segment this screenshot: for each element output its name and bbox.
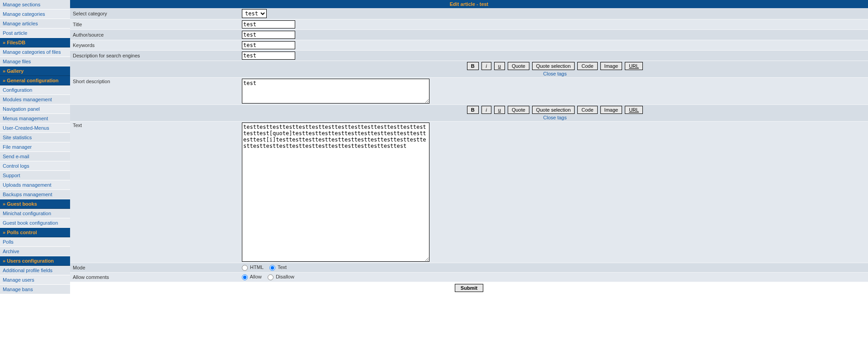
sidebar-header: » FilesDB [0, 38, 70, 47]
sidebar-item[interactable]: User-Created-Menus [0, 123, 70, 133]
label-comments: Allow comments [70, 273, 242, 281]
label-keywords: Keywords [70, 42, 242, 49]
sidebar-item[interactable]: Uploads management [0, 180, 70, 190]
sidebar-header: » Users configuration [0, 256, 70, 266]
sidebar-item[interactable]: Guest book configuration [0, 218, 70, 228]
label-author: Author/source [70, 31, 242, 38]
label-category: Select category [70, 10, 242, 17]
mode-text[interactable]: Text [269, 264, 287, 270]
sidebar: Manage sectionsManage categoriesManage a… [0, 0, 70, 294]
sidebar-header: » General configuration [0, 76, 70, 85]
sidebar-item[interactable]: Polls [0, 237, 70, 247]
sidebar-item[interactable]: Manage users [0, 275, 70, 285]
mode-html[interactable]: HTML [242, 264, 264, 270]
sidebar-item[interactable]: Additional profile fields [0, 266, 70, 275]
sidebar-item[interactable]: Site statistics [0, 133, 70, 142]
tb-quotesel[interactable]: Quote selection [532, 62, 575, 70]
sidebar-item[interactable]: Control logs [0, 161, 70, 171]
label-title: Title [70, 21, 242, 28]
tb-image[interactable]: Image [600, 62, 623, 70]
tb2-quote[interactable]: Quote [508, 106, 529, 114]
comments-disallow[interactable]: Disallow [268, 274, 294, 279]
desc-input[interactable] [242, 52, 295, 60]
tb2-bold[interactable]: B [467, 106, 479, 114]
tb-italic[interactable]: i [481, 62, 491, 70]
label-desc: Description for search engines [70, 52, 242, 59]
sidebar-item[interactable]: Manage sections [0, 0, 70, 9]
sidebar-header: » Guest books [0, 199, 70, 209]
sidebar-header: » Gallery [0, 66, 70, 76]
sidebar-item[interactable]: Modules management [0, 95, 70, 104]
tb-underline[interactable]: u [494, 62, 505, 70]
page-title: Edit article - test [70, 0, 868, 8]
keywords-input[interactable] [242, 41, 295, 49]
category-select[interactable]: test [242, 9, 267, 18]
tb2-url[interactable]: URL [625, 106, 643, 114]
sidebar-item[interactable]: Configuration [0, 85, 70, 95]
comments-radio-group: Allow Disallow [242, 273, 868, 281]
tb-bold[interactable]: B [467, 62, 479, 70]
sidebar-item[interactable]: Minichat configuration [0, 209, 70, 218]
sidebar-item[interactable]: Manage bans [0, 285, 70, 294]
sidebar-header: » Polls control [0, 228, 70, 237]
author-input[interactable] [242, 31, 295, 39]
sidebar-item[interactable]: Backups management [0, 190, 70, 199]
sidebar-item[interactable]: Manage articles [0, 19, 70, 28]
label-mode: Mode [70, 264, 242, 271]
comments-allow[interactable]: Allow [242, 274, 262, 279]
title-input[interactable] [242, 20, 295, 28]
tb2-underline[interactable]: u [494, 106, 505, 114]
close-tags-link[interactable]: Close tags [543, 70, 567, 76]
mode-radio-group: HTML Text [242, 264, 868, 272]
tb2-italic[interactable]: i [481, 106, 491, 114]
sidebar-item[interactable]: File manager [0, 142, 70, 152]
tb-quote[interactable]: Quote [508, 62, 529, 70]
sidebar-item[interactable]: Post article [0, 28, 70, 38]
sidebar-item[interactable]: Manage categories of files [0, 47, 70, 57]
sidebar-item[interactable]: Manage files [0, 57, 70, 66]
short-textarea[interactable] [242, 79, 429, 104]
sidebar-item[interactable]: Archive [0, 247, 70, 256]
label-text: Text [70, 122, 242, 129]
sidebar-item[interactable]: Menus management [0, 114, 70, 123]
main-content: Edit article - test Select category test… [70, 0, 868, 294]
text-textarea[interactable] [242, 123, 429, 262]
toolbar-text: B i u Quote Quote selection Code Image U… [70, 105, 868, 122]
sidebar-item[interactable]: Support [0, 171, 70, 180]
tb2-image[interactable]: Image [600, 106, 623, 114]
sidebar-item[interactable]: Send e-mail [0, 152, 70, 161]
close-tags-link-2[interactable]: Close tags [543, 114, 567, 120]
toolbar-short: B i u Quote Quote selection Code Image U… [70, 61, 868, 78]
submit-button[interactable]: Submit [455, 284, 483, 292]
tb2-quotesel[interactable]: Quote selection [532, 106, 575, 114]
tb-code[interactable]: Code [577, 62, 597, 70]
sidebar-item[interactable]: Navigation panel [0, 104, 70, 114]
label-short: Short description [70, 78, 242, 85]
sidebar-item[interactable]: Manage categories [0, 9, 70, 19]
tb-url[interactable]: URL [625, 62, 643, 70]
tb2-code[interactable]: Code [577, 106, 597, 114]
